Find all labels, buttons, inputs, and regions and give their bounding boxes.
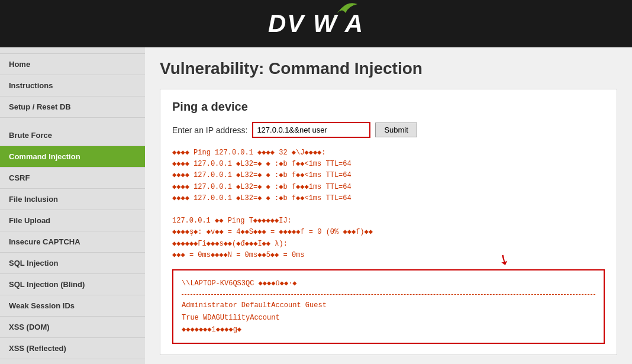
sidebar-item-file-inclusion[interactable]: File Inclusion (0, 189, 145, 210)
output-area: ◆◆◆◆ Ping 127.0.0.1 ◆◆◆◆ 32 ◆\J◆◆◆◆: ◆◆◆… (172, 147, 605, 261)
sidebar-divider (0, 118, 145, 125)
output-line-0: ◆◆◆◆ Ping 127.0.0.1 ◆◆◆◆ 32 ◆\J◆◆◆◆: (172, 147, 605, 159)
result-container: ➘ \\LAPTOP-KV6QS3QC ◆◆◆◆û◆◆·◆ Administra… (172, 269, 605, 344)
ip-row: Enter an IP address: Submit (172, 122, 605, 138)
main-content: Vulnerability: Command Injection Ping a … (145, 47, 632, 364)
sidebar-item-sql-injection[interactable]: SQL Injection (0, 253, 145, 274)
page-title: Vulnerability: Command Injection (160, 59, 617, 78)
header: DV W A (0, 0, 632, 47)
sidebar-item-xss-dom[interactable]: XSS (DOM) (0, 317, 145, 338)
sidebar-item-home[interactable]: Home (0, 53, 145, 75)
logo: DV W A (268, 9, 364, 38)
sidebar-item-sql-injection-blind[interactable]: SQL Injection (Blind) (0, 274, 145, 295)
output-line-5: 127.0.0.1 ◆◆ Ping T◆◆◆◆◆◆IJ: (172, 215, 605, 227)
output-line-2: ◆◆◆◆ 127.0.0.1 ◆L32=◆ ◆ :◆b f◆◆<1ms TTL=… (172, 170, 605, 181)
sidebar: Home Instructions Setup / Reset DB Brute… (0, 47, 145, 364)
output-line-1: ◆◆◆◆ 127.0.0.1 ◆L32=◆ ◆ :◆b f◆◆<1ms TTL=… (172, 159, 605, 170)
ip-input[interactable] (252, 122, 370, 138)
sidebar-item-insecure-captcha[interactable]: Insecure CAPTCHA (0, 231, 145, 253)
output-line-8: ◆◆◆ = 0ms◆◆◆◆N = 0ms◆◆5◆◆ = 0ms (172, 250, 605, 261)
output-line-3: ◆◆◆◆ 127.0.0.1 ◆L32=◆ ◆ :◆b f◆◆◆1ms TTL=… (172, 182, 605, 193)
sidebar-item-command-injection[interactable]: Command Injection (0, 146, 145, 167)
layout: Home Instructions Setup / Reset DB Brute… (0, 47, 632, 364)
sidebar-item-setup[interactable]: Setup / Reset DB (0, 96, 145, 118)
output-line-blank (172, 204, 605, 215)
sidebar-item-file-upload[interactable]: File Upload (0, 210, 145, 231)
result-line1: \\LAPTOP-KV6QS3QC ◆◆◆◆û◆◆·◆ (182, 278, 595, 289)
result-line4: ◆◆◆◆◆◆◆1◆◆◆◆g◆ (182, 324, 595, 336)
submit-button[interactable]: Submit (375, 123, 417, 137)
sidebar-item-xss-reflected[interactable]: XSS (Reflected) (0, 338, 145, 359)
result-line3: True WDAGUtilityAccount (182, 312, 595, 324)
sidebar-item-csrf[interactable]: CSRF (0, 167, 145, 189)
result-divider (182, 294, 595, 295)
ip-label: Enter an IP address: (172, 125, 247, 135)
content-box: Ping a device Enter an IP address: Submi… (160, 89, 617, 355)
sidebar-item-brute-force[interactable]: Brute Force (0, 125, 145, 146)
section-title: Ping a device (172, 100, 605, 114)
sidebar-item-instructions[interactable]: Instructions (0, 75, 145, 96)
output-line-4: ◆◆◆◆ 127.0.0.1 ◆L32=◆ ◆ :◆b f◆◆<1ms TTL=… (172, 193, 605, 204)
result-line2: Administrator DefaultAccount Guest (182, 299, 595, 311)
sidebar-item-weak-session[interactable]: Weak Session IDs (0, 295, 145, 317)
result-box: \\LAPTOP-KV6QS3QC ◆◆◆◆û◆◆·◆ Administrato… (172, 269, 605, 344)
output-line-6: ◆◆◆◆ş◆: ◆v◆◆ = 4◆◆S◆◆◆ = ◆◆◆◆◆f = 0 (0% … (172, 227, 605, 238)
output-line-7: ◆◆◆◆◆◆Γi◆◆◆s◆◆(◆đ◆◆◆I◆◆ λ): (172, 239, 605, 250)
